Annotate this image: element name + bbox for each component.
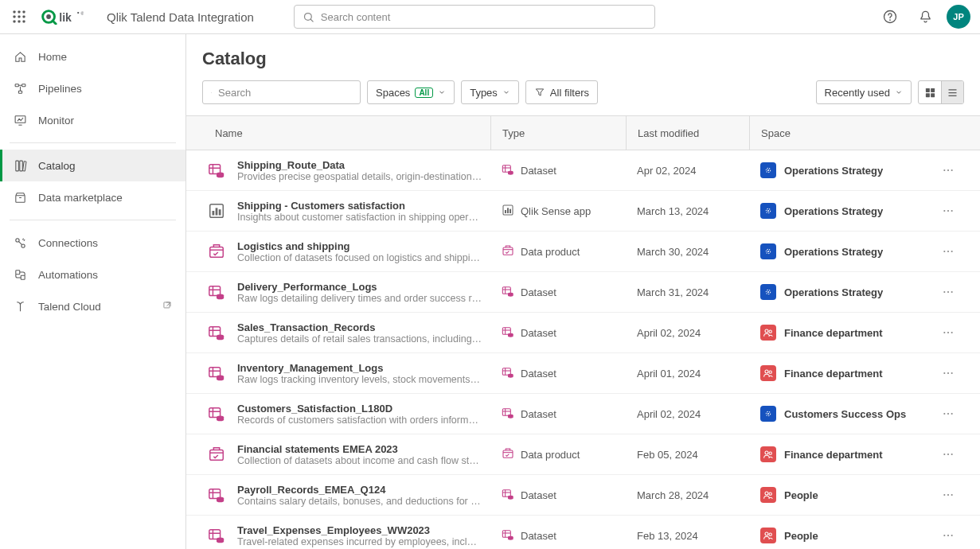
sidebar-item-talend[interactable]: Talend Cloud	[0, 290, 185, 322]
svg-point-53	[77, 12, 79, 14]
row-actions-button[interactable]	[932, 489, 964, 501]
all-filters-button[interactable]: All filters	[525, 80, 598, 104]
sidebar-item-label: Catalog	[38, 160, 76, 172]
dataset-icon	[207, 364, 226, 383]
row-type: Dataset	[521, 530, 556, 542]
sidebar-item-marketplace[interactable]: Data marketplace	[0, 181, 185, 213]
more-icon	[942, 245, 955, 258]
column-header-name[interactable]: Name	[202, 127, 490, 139]
table-row[interactable]: Shipping_Route_Data Provides precise geo…	[186, 150, 980, 191]
row-actions-button[interactable]	[932, 286, 964, 298]
table-row[interactable]: Sales_Transaction_Records Captures detai…	[186, 313, 980, 353]
row-actions-button[interactable]	[932, 407, 964, 420]
row-modified: April 01, 2024	[626, 368, 749, 380]
table-row[interactable]: Delivery_Performance_Logs Raw logs detai…	[186, 272, 980, 313]
sidebar-item-label: Talend Cloud	[38, 301, 101, 313]
chevron-down-icon	[502, 88, 510, 96]
dataset-icon	[502, 407, 514, 422]
space-badge	[760, 528, 776, 543]
row-space: Finance department	[784, 368, 883, 380]
space-badge	[760, 446, 776, 462]
chevron-down-icon	[895, 88, 903, 96]
sidebar-item-connections[interactable]: Connections	[0, 227, 185, 259]
space-badge	[760, 487, 776, 503]
row-actions-button[interactable]	[932, 204, 964, 217]
table-row[interactable]: Financial statements EMEA 2023 Collectio…	[186, 434, 980, 475]
row-modified: Feb 05, 2024	[626, 449, 749, 461]
column-header-space[interactable]: Space	[749, 116, 964, 150]
table-row[interactable]: Travel_Expenses_Employees_WW2023 Travel-…	[186, 516, 980, 549]
row-space: Customers Success Ops	[784, 408, 906, 420]
dataset-icon	[207, 526, 226, 545]
sidebar-item-label: Monitor	[38, 115, 74, 127]
row-description: Insights about customer satisfaction in …	[237, 212, 482, 223]
dataset-icon	[207, 282, 226, 302]
sidebar-item-automations[interactable]: Automations	[0, 259, 185, 290]
row-space: Operations Strategy	[784, 205, 883, 217]
view-toggle	[918, 80, 964, 104]
chevron-down-icon	[438, 88, 446, 96]
row-description: Records of customers satisfaction with o…	[237, 415, 482, 426]
row-type: Dataset	[521, 327, 556, 339]
spaces-filter[interactable]: Spaces All	[367, 80, 455, 104]
column-header-modified[interactable]: Last modified	[626, 116, 749, 150]
notifications-button[interactable]	[912, 3, 939, 30]
catalog-search-input[interactable]	[218, 87, 352, 99]
app-title: Qlik Talend Data Integration	[107, 10, 254, 24]
column-header-type[interactable]: Type	[490, 116, 626, 150]
sidebar-item-monitor[interactable]: Monitor	[0, 104, 185, 136]
grid-view-icon	[924, 87, 936, 99]
spaces-filter-badge: All	[415, 88, 433, 98]
more-icon	[942, 367, 955, 380]
row-modified: March 28, 2024	[626, 489, 749, 501]
svg-line-51	[53, 21, 56, 24]
view-cards-button[interactable]	[919, 81, 941, 103]
row-type: Dataset	[521, 286, 556, 298]
app-icon	[207, 201, 226, 220]
app-icon	[502, 204, 514, 219]
row-actions-button[interactable]	[932, 164, 964, 177]
row-modified: Feb 13, 2024	[626, 530, 749, 542]
row-actions-button[interactable]	[932, 448, 964, 461]
row-actions-button[interactable]	[932, 326, 964, 339]
catalog-search[interactable]	[202, 80, 361, 104]
row-type: Qlik Sense app	[521, 205, 591, 217]
help-button[interactable]	[877, 3, 904, 30]
sort-dropdown[interactable]: Recently used	[816, 80, 912, 104]
table-row[interactable]: Inventory_Management_Logs Raw logs track…	[186, 353, 980, 394]
search-icon	[303, 11, 314, 23]
row-actions-button[interactable]	[932, 529, 964, 542]
marketplace-icon	[13, 190, 27, 204]
sidebar-item-catalog[interactable]: Catalog	[0, 150, 185, 181]
row-actions-button[interactable]	[932, 245, 964, 258]
table-row[interactable]: Payroll_Records_EMEA_Q124 Contains salar…	[186, 475, 980, 516]
global-search[interactable]	[294, 5, 655, 29]
more-icon	[942, 286, 955, 298]
search-icon	[211, 87, 212, 99]
row-title: Shipping - Customers satisfaction	[237, 200, 482, 212]
space-badge	[760, 406, 776, 422]
view-list-button[interactable]	[941, 81, 963, 103]
global-search-input[interactable]	[321, 11, 646, 23]
row-description: Collection of datasets focused on logist…	[237, 252, 482, 263]
sidebar-item-pipelines[interactable]: Pipelines	[0, 72, 185, 104]
space-badge	[760, 284, 776, 300]
row-modified: Apr 02, 2024	[626, 165, 749, 177]
types-filter[interactable]: Types	[461, 80, 519, 104]
product-icon	[502, 447, 514, 462]
sidebar-item-home[interactable]: Home	[0, 41, 185, 72]
qlik-logo[interactable]: lik ®	[41, 8, 94, 25]
catalog-icon	[13, 158, 27, 173]
dataset-icon	[207, 161, 226, 180]
dataset-icon	[207, 323, 226, 342]
all-filters-label: All filters	[550, 87, 589, 99]
table-row[interactable]: Shipping - Customers satisfaction Insigh…	[186, 191, 980, 232]
row-actions-button[interactable]	[932, 367, 964, 380]
row-description: Contains salary details, bonuses, and de…	[237, 496, 482, 507]
talend-icon	[13, 299, 27, 313]
avatar[interactable]: JP	[947, 5, 970, 29]
row-type: Dataset	[521, 408, 556, 420]
app-launcher-icon[interactable]	[10, 7, 29, 26]
table-row[interactable]: Customers_Satisfaction_L180D Records of …	[186, 394, 980, 434]
table-row[interactable]: Logistics and shipping Collection of dat…	[186, 232, 980, 272]
